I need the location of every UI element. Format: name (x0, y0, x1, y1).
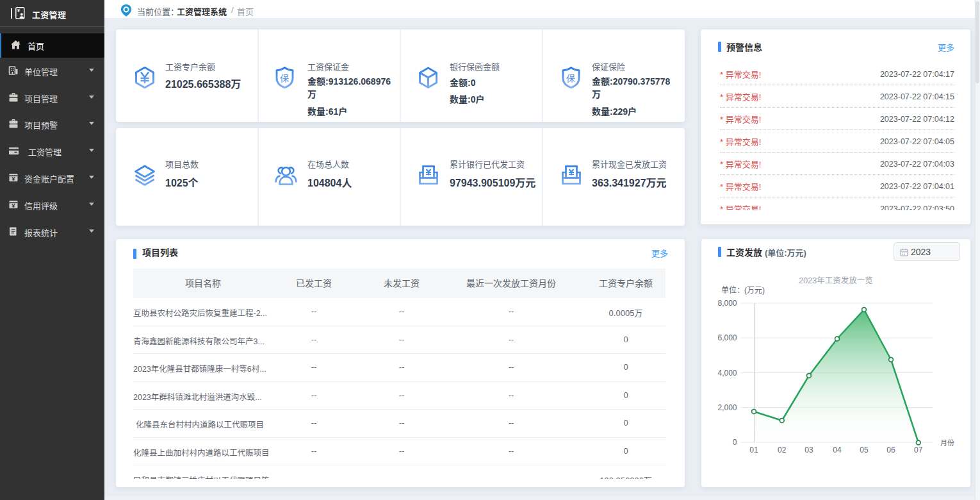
svg-text:保: 保 (566, 73, 576, 83)
svg-text:保: 保 (279, 73, 290, 83)
svg-text:02: 02 (778, 446, 787, 454)
svg-text:2,000: 2,000 (717, 403, 737, 412)
svg-text:6,000: 6,000 (717, 333, 737, 342)
svg-text:月份: 月份 (940, 439, 954, 447)
svg-text:05: 05 (860, 446, 869, 454)
svg-text:¥: ¥ (12, 174, 15, 181)
svg-text:2023年工资发放一览: 2023年工资发放一览 (799, 276, 872, 285)
svg-text:0: 0 (733, 438, 737, 447)
svg-text:8,000: 8,000 (717, 299, 737, 308)
svg-text:单位：(万元): 单位：(万元) (721, 285, 765, 295)
svg-text:07: 07 (914, 446, 923, 454)
svg-text:04: 04 (833, 446, 842, 454)
svg-text:4,000: 4,000 (717, 369, 737, 378)
svg-text:01: 01 (749, 446, 758, 454)
svg-text:¥: ¥ (12, 201, 15, 208)
svg-text:¥: ¥ (17, 8, 20, 13)
svg-text:06: 06 (886, 446, 895, 454)
svg-text:03: 03 (804, 446, 813, 454)
